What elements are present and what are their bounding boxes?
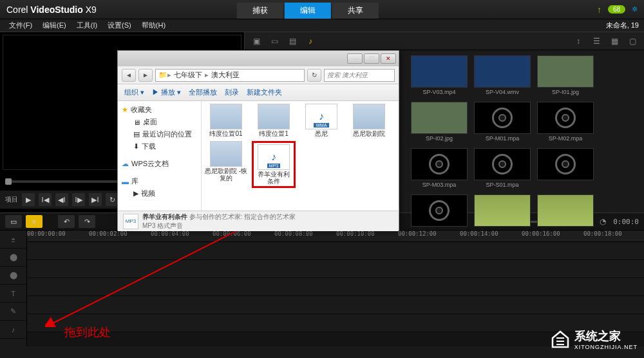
- title-track-icon[interactable]: T: [0, 285, 26, 303]
- thumb-label: SP-M03.mpa: [422, 182, 457, 188]
- search-input[interactable]: 搜索 澳大利亚: [324, 69, 395, 82]
- library-thumb[interactable]: [537, 194, 594, 228]
- track-row[interactable]: [27, 278, 644, 296]
- music-track-icon[interactable]: ♪: [0, 321, 26, 339]
- lib-audio-icon[interactable]: ♪: [304, 35, 317, 48]
- file-item[interactable]: ♪MP3养羊业有利 条件: [252, 141, 296, 188]
- favorites-header[interactable]: ★收藏夹: [122, 105, 197, 115]
- settings-icon[interactable]: ✲: [632, 5, 638, 14]
- library-thumb[interactable]: SP-S01.mpa: [474, 148, 531, 188]
- minimize-button[interactable]: —: [347, 53, 363, 64]
- menu-tools[interactable]: 工具(I): [73, 19, 101, 32]
- library-thumb[interactable]: SP-M03.mpa: [411, 148, 468, 188]
- lib-grid-icon[interactable]: ▦: [608, 35, 621, 48]
- forward-button[interactable]: I▶: [72, 193, 85, 206]
- cloud-icon: ☁: [122, 160, 129, 168]
- sidebar-item-recent[interactable]: ▤最近访问的位置: [122, 128, 197, 140]
- thumb-label: SP-V04.wmv: [486, 89, 519, 95]
- loop-button[interactable]: ↻: [106, 193, 118, 206]
- menu-settings[interactable]: 设置(S): [104, 19, 135, 32]
- library-thumb[interactable]: SP-V03.mp4: [411, 55, 468, 95]
- library-thumb[interactable]: SP-M02.mpa: [537, 102, 594, 142]
- file-item[interactable]: 悉尼歌剧院 -恢复的: [204, 141, 248, 188]
- file-caption: 悉尼: [315, 130, 328, 137]
- menu-file[interactable]: 文件(F): [5, 19, 36, 32]
- tab-share[interactable]: 共享: [332, 3, 379, 19]
- tl-undo-button[interactable]: ↶: [58, 215, 75, 228]
- library-header[interactable]: ▬库: [122, 176, 197, 186]
- organize-menu[interactable]: 组织 ▾: [124, 88, 144, 97]
- prev-button[interactable]: I◀: [39, 193, 52, 206]
- forward-button[interactable]: ►: [138, 69, 153, 82]
- watermark-logo-icon: [550, 330, 571, 348]
- overlay-track-icon[interactable]: ⬤: [0, 267, 26, 285]
- refresh-button[interactable]: ↻: [307, 69, 321, 82]
- library-thumb[interactable]: SP-M01.mpa: [474, 102, 531, 142]
- library-thumb[interactable]: [474, 194, 531, 228]
- ruler-tick: 00:00:18:00: [583, 231, 622, 237]
- close-button[interactable]: ✕: [381, 53, 396, 64]
- status-format: MP3 格式声音: [142, 221, 296, 231]
- maximize-button[interactable]: ☐: [364, 53, 379, 64]
- file-item[interactable]: 纬度位置1: [252, 104, 296, 137]
- folder-icon: 📁: [158, 71, 167, 79]
- lib-list-icon[interactable]: ☰: [590, 35, 603, 48]
- project-label: 项目: [5, 195, 18, 204]
- title-bar: Corel VideoStudio X9 捕获 编辑 共享 ↑ 68 ✲: [0, 0, 644, 19]
- voice-track-icon[interactable]: ✎: [0, 303, 26, 321]
- tab-edit[interactable]: 编辑: [285, 3, 331, 19]
- breadcrumb-segment[interactable]: 澳大利亚: [209, 70, 242, 80]
- file-item[interactable]: ♪WMA悉尼: [299, 104, 343, 137]
- lib-image-icon[interactable]: ▤: [286, 35, 299, 48]
- sidebar-item-downloads[interactable]: ⬇下载: [122, 140, 197, 153]
- next-button[interactable]: ▶I: [89, 193, 102, 206]
- breadcrumb[interactable]: 📁 ▸ 七年级下 ▸ 澳大利亚: [155, 69, 305, 82]
- lib-hide-icon[interactable]: ▢: [626, 35, 639, 48]
- storyboard-view-button[interactable]: ▭: [5, 215, 22, 228]
- file-item[interactable]: 悉尼歌剧院: [347, 104, 391, 137]
- library-thumb[interactable]: SP-I02.jpg: [411, 102, 468, 142]
- tl-redo-button[interactable]: ↷: [79, 215, 95, 228]
- file-item[interactable]: 纬度位置01: [204, 104, 248, 137]
- library-thumb[interactable]: [537, 148, 594, 188]
- tab-capture[interactable]: 捕获: [237, 3, 283, 19]
- lib-folder-icon[interactable]: ▭: [268, 35, 281, 48]
- file-explorer-window[interactable]: — ☐ ✕ ◄ ► 📁 ▸ 七年级下 ▸ 澳大利亚 ↻ 搜索 澳大利亚 组织 ▾…: [117, 50, 399, 231]
- video-track-icon[interactable]: ⬤: [0, 249, 26, 267]
- track-row[interactable]: [27, 260, 644, 278]
- library-thumb[interactable]: [411, 194, 468, 228]
- file-caption: 悉尼歌剧院 -恢复的: [204, 167, 248, 182]
- new-folder-button[interactable]: 新建文件夹: [247, 88, 282, 97]
- sidebar-item-video[interactable]: ▶视频: [122, 187, 197, 200]
- explorer-file-grid[interactable]: 纬度位置01纬度位置1♪WMA悉尼悉尼歌剧院悉尼歌剧院 -恢复的♪MP3养羊业有…: [202, 101, 399, 211]
- app-brand: Corel VideoStudio X9: [6, 5, 97, 15]
- menu-help[interactable]: 帮助(H): [138, 19, 169, 32]
- explorer-titlebar[interactable]: — ☐ ✕: [118, 51, 399, 66]
- menu-edit[interactable]: 编辑(E): [39, 19, 70, 32]
- timeline-view-button[interactable]: ≡: [26, 215, 43, 228]
- time-ruler[interactable]: 00:00:00:0000:00:02:0000:00:04:0000:00:0…: [27, 231, 644, 242]
- lib-sort-icon[interactable]: ↕: [572, 35, 585, 48]
- recent-icon: ▤: [133, 130, 140, 138]
- lib-media-icon[interactable]: ▣: [250, 35, 263, 48]
- upload-icon[interactable]: ↑: [597, 5, 601, 15]
- library-thumb[interactable]: SP-I01.jpg: [537, 55, 594, 95]
- play-menu[interactable]: ▶ 播放 ▾: [152, 88, 181, 97]
- sidebar-item-desktop[interactable]: 🖥桌面: [122, 116, 197, 128]
- library-thumb[interactable]: SP-V04.wmv: [474, 55, 531, 95]
- back-button[interactable]: ◄: [122, 69, 136, 82]
- track-headers: ± ⬤ ⬤ T ✎ ♪: [0, 231, 27, 346]
- sidebar-item-cloud[interactable]: ☁WPS云文档: [122, 159, 197, 169]
- track-toggle-button[interactable]: ±: [0, 231, 26, 249]
- play-all-button[interactable]: 全部播放: [189, 88, 217, 97]
- breadcrumb-segment[interactable]: 七年级下: [171, 70, 205, 80]
- ruler-tick: 00:00:14:00: [460, 231, 498, 237]
- track-row[interactable]: [27, 242, 644, 260]
- rewind-button[interactable]: ◀I: [55, 193, 68, 206]
- track-row[interactable]: [27, 296, 644, 314]
- play-button[interactable]: ▶: [22, 193, 35, 206]
- ruler-tick: 00:00:06:00: [213, 231, 251, 237]
- watermark-text: 系统之家: [574, 328, 638, 344]
- burn-button[interactable]: 刻录: [225, 88, 239, 97]
- ruler-tick: 00:00:12:00: [398, 231, 437, 237]
